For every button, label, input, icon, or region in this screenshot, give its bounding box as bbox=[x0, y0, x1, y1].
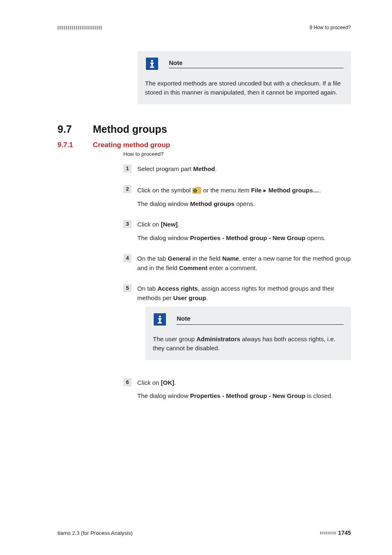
svg-rect-7 bbox=[195, 192, 196, 193]
step6-p2-pre: The dialog window bbox=[137, 392, 190, 399]
step4-pre: On the tab bbox=[137, 255, 168, 262]
step3-p1-bold: [New] bbox=[161, 221, 178, 228]
step6-p2-b1: Properties - Method group - New Group bbox=[190, 392, 305, 399]
step6-p2-post: is closed. bbox=[305, 392, 333, 399]
step2-text-mid: or the menu item bbox=[203, 187, 251, 194]
subsection-heading: 9.7.1 Creating method group bbox=[58, 141, 351, 149]
step6-p1-pre: Click on bbox=[137, 379, 161, 386]
step4-post: enter a comment. bbox=[208, 264, 257, 271]
footer-tick-marks bbox=[320, 532, 336, 534]
step4-mid1: in the field bbox=[191, 255, 222, 262]
step-4: 4 On the tab General in the field Name, … bbox=[123, 254, 351, 273]
step2-bold-file: File bbox=[251, 187, 262, 194]
note-box-admins: Note The user group Administrators alway… bbox=[145, 307, 351, 360]
step6-p1-post: . bbox=[174, 379, 176, 386]
step3-p2-bold: Properties - Method group - New Group bbox=[190, 234, 305, 241]
step5-note-pre: The user group bbox=[153, 335, 196, 342]
header-tick-marks bbox=[58, 26, 102, 30]
step5-p1-b1: Access rights bbox=[157, 285, 198, 292]
page-footer: tiamo 2.3 (for Process Analysis) 1745 bbox=[58, 530, 351, 536]
svg-point-0 bbox=[151, 60, 153, 62]
step5-note-b1: Administrators bbox=[196, 335, 240, 342]
step4-b2: Name bbox=[222, 255, 239, 262]
step3-p1-post: . bbox=[178, 221, 179, 228]
step6-p1-b1: [OK] bbox=[161, 379, 175, 386]
step-number: 3 bbox=[123, 220, 131, 228]
note-title: Note bbox=[177, 315, 190, 322]
step5-p1-pre: On tab bbox=[137, 285, 157, 292]
step-6: 6 Click on [OK]. The dialog window Prope… bbox=[123, 378, 351, 401]
step-3: 3 Click on [New]. The dialog window Prop… bbox=[123, 220, 351, 243]
step-2: 2 Click on the symbol bbox=[123, 185, 351, 208]
step3-p2-pre: The dialog window bbox=[137, 234, 190, 241]
section-title: Method groups bbox=[93, 123, 167, 135]
note-title: Note bbox=[169, 59, 182, 66]
step1-text-pre: Select program part bbox=[137, 165, 193, 172]
subsection-number: 9.7.1 bbox=[58, 141, 93, 149]
svg-point-10 bbox=[159, 315, 161, 317]
svg-rect-3 bbox=[150, 67, 154, 68]
step-number: 6 bbox=[123, 378, 131, 386]
step-number: 1 bbox=[123, 164, 131, 173]
step2-bold-method-groups: Method groups… bbox=[268, 187, 319, 194]
svg-rect-13 bbox=[158, 322, 162, 324]
step5-p1-b2: User group bbox=[173, 294, 206, 301]
subsection-title: Creating method group bbox=[93, 141, 170, 149]
step2-text-post: . bbox=[319, 187, 321, 194]
folder-gear-icon bbox=[192, 187, 201, 194]
step5-p1-post: . bbox=[206, 294, 208, 301]
step1-text-post: . bbox=[215, 165, 217, 172]
step-1: 1 Select program part Method. bbox=[123, 164, 351, 174]
page-header: 9 How to proceed? bbox=[58, 25, 351, 30]
note-box-export: Note The exported methods are stored unc… bbox=[138, 51, 351, 104]
svg-rect-2 bbox=[151, 62, 153, 67]
svg-rect-9 bbox=[196, 190, 197, 191]
step-number: 4 bbox=[123, 254, 131, 262]
steps-list: 1 Select program part Method. 2 Click on… bbox=[123, 164, 351, 401]
svg-rect-12 bbox=[159, 318, 161, 323]
step-number: 2 bbox=[123, 185, 131, 193]
step2-p2-bold: Method groups bbox=[190, 200, 234, 207]
step2-p2-pre: The dialog window bbox=[137, 200, 190, 207]
info-icon bbox=[145, 57, 159, 71]
breadcrumb: 9 How to proceed? bbox=[309, 25, 351, 30]
step3-p1-pre: Click on bbox=[137, 221, 161, 228]
step4-b1: General bbox=[168, 255, 191, 262]
step2-p2-post: opens. bbox=[235, 200, 255, 207]
svg-rect-8 bbox=[193, 190, 194, 191]
step-number: 5 bbox=[123, 284, 131, 292]
svg-point-5 bbox=[195, 190, 196, 192]
step-5: 5 On tab Access rights, assign access ri… bbox=[123, 284, 351, 367]
step1-bold-method: Method bbox=[193, 165, 215, 172]
footer-page-number: 1745 bbox=[338, 530, 351, 536]
note-body: The exported methods are stored uncoded … bbox=[145, 79, 344, 97]
step4-b3: Comment bbox=[179, 264, 208, 271]
step2-sep: ▸ bbox=[262, 187, 268, 194]
svg-rect-6 bbox=[195, 189, 196, 190]
step2-text-pre: Click on the symbol bbox=[137, 187, 192, 194]
section-heading: 9.7 Method groups bbox=[58, 123, 351, 135]
section-number: 9.7 bbox=[58, 123, 93, 135]
footer-product: tiamo 2.3 (for Process Analysis) bbox=[58, 530, 133, 536]
info-icon bbox=[153, 312, 167, 326]
step3-p2-post: opens. bbox=[305, 234, 325, 241]
lead-question: How to proceed? bbox=[123, 151, 351, 157]
